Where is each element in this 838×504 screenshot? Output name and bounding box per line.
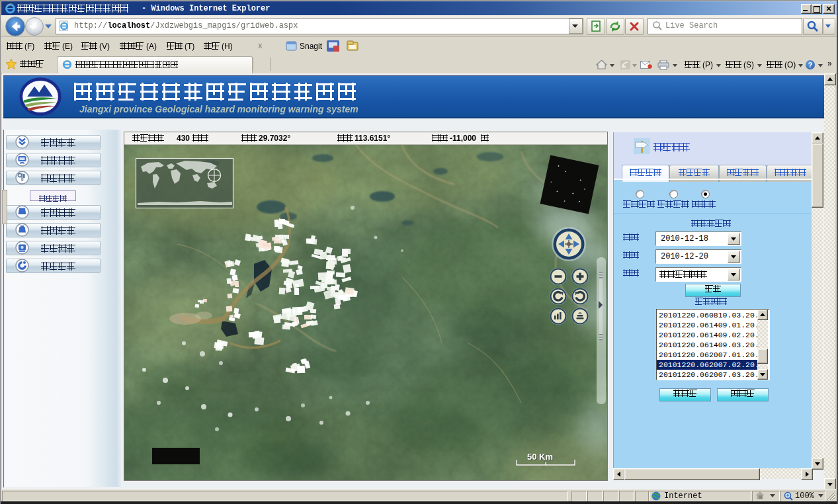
svg-text:50 Km: 50 Km [527,452,553,462]
